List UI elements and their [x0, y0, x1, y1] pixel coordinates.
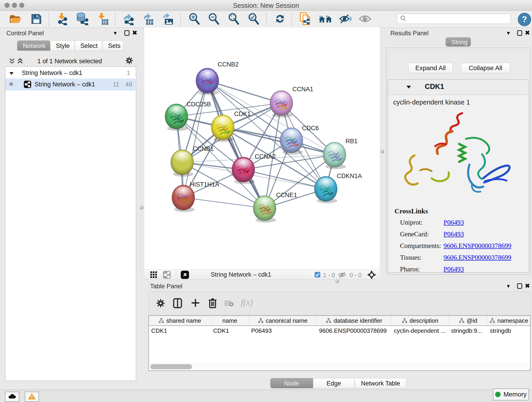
first-neighbors-button[interactable]: [318, 12, 333, 26]
cell-id[interactable]: stringdb:9...: [449, 326, 488, 336]
import-table-icon: [96, 12, 109, 26]
export-image-button[interactable]: [160, 12, 175, 26]
crosslink-uniprot[interactable]: P06493: [443, 219, 464, 226]
gene-card-header[interactable]: CDK1: [388, 80, 529, 95]
gear-icon[interactable]: [126, 57, 133, 65]
toolbar-search[interactable]: [397, 14, 511, 24]
gene-expander-icon[interactable]: [406, 85, 412, 90]
show-all-button[interactable]: [358, 12, 372, 26]
import-table-from-file-button[interactable]: [95, 12, 110, 26]
add-column-icon[interactable]: [191, 298, 200, 309]
panel-close-icon[interactable]: ✖: [525, 30, 530, 36]
grid-view-icon[interactable]: [150, 271, 157, 279]
zoom-fit-button[interactable]: [226, 12, 241, 26]
protein-structure-image: [401, 109, 515, 201]
network-graph[interactable]: CCNB2CCNA1CDC25BCDK1CDC6RB1CCNB1CCNA2CDK…: [144, 27, 380, 269]
panel-float-icon[interactable]: [517, 283, 522, 289]
selected-checkbox-icon[interactable]: [314, 272, 321, 279]
save-session-button[interactable]: [29, 12, 44, 26]
birdseye-position-icon[interactable]: [367, 270, 376, 280]
birdseye-toggle-icon[interactable]: [181, 270, 189, 280]
table-hscrollbar[interactable]: [149, 363, 530, 370]
cell-name[interactable]: CDK1: [211, 326, 249, 336]
network-canvas[interactable]: CCNB2CCNA1CDC25BCDK1CDC6RB1CCNB1CCNA2CDK…: [144, 27, 380, 269]
network-edge[interactable]: [183, 81, 207, 198]
tab-network-table[interactable]: Network Table: [355, 378, 406, 388]
crosslink-genecard[interactable]: P06493: [443, 230, 464, 238]
table-hscrollbar-thumb[interactable]: [150, 364, 192, 369]
tab-sets[interactable]: Sets: [102, 41, 123, 51]
control-panel-title: Control Panel: [6, 30, 44, 37]
memory-button[interactable]: Memory: [493, 389, 529, 400]
table-row[interactable]: CDK1 CDK1 P06493 9606.ENSP00000378699 cy…: [149, 326, 530, 336]
cell-database-identifier[interactable]: 9606.ENSP00000378699: [317, 326, 392, 336]
column-header-name[interactable]: name: [211, 316, 249, 325]
panel-menu-icon[interactable]: ▼: [506, 30, 511, 36]
panel-menu-icon[interactable]: ▼: [113, 30, 118, 36]
tab-network[interactable]: Network: [17, 41, 50, 51]
tab-node-table[interactable]: Node Table: [270, 378, 313, 388]
gear-icon[interactable]: [157, 299, 165, 308]
toolbar-separator: [180, 13, 181, 26]
search-input[interactable]: [406, 15, 506, 23]
network-row-selected[interactable]: String Network – cdk1 11 48: [5, 79, 135, 90]
tree-expander-icon[interactable]: [9, 70, 14, 77]
network-node-cdk1[interactable]: CDK1: [211, 110, 251, 142]
panel-close-icon[interactable]: ✖: [132, 30, 137, 36]
export-table-button[interactable]: [141, 12, 156, 26]
crosslink-compartments[interactable]: 9606.ENSP00000378699: [443, 242, 511, 249]
network-node-hist1h1a[interactable]: HIST1H1A: [172, 181, 219, 212]
network-node-cdc25b[interactable]: CDC25B: [165, 101, 211, 131]
open-session-button[interactable]: [8, 12, 23, 26]
zoom-out-button[interactable]: [206, 12, 221, 26]
import-network-from-database-button[interactable]: [75, 12, 89, 26]
delete-column-icon[interactable]: [208, 298, 217, 309]
tab-style[interactable]: Style: [50, 41, 75, 51]
window-title: Session: New Session: [0, 2, 532, 9]
show-columns-icon[interactable]: [173, 298, 182, 309]
column-header-canonical-name[interactable]: canonical name: [249, 316, 317, 325]
export-network-button[interactable]: [122, 12, 136, 26]
column-header-shared-name[interactable]: shared name: [149, 316, 211, 325]
export-image-icon: [161, 12, 174, 26]
crosslink-pharos[interactable]: P06493: [443, 265, 464, 273]
help-button[interactable]: ?: [518, 13, 531, 26]
column-header-id[interactable]: @id: [449, 316, 488, 325]
expand-all-button[interactable]: Expand All: [408, 63, 453, 73]
panel-menu-icon[interactable]: ▼: [506, 283, 511, 289]
column-header-description[interactable]: description: [392, 316, 449, 325]
zoom-in-button[interactable]: [187, 12, 202, 26]
panel-float-icon[interactable]: [124, 30, 129, 36]
network-node-cdkn1a[interactable]: CDKN1A: [314, 172, 362, 203]
tab-edge-table[interactable]: Edge Table: [313, 378, 355, 388]
hide-selection-button[interactable]: [338, 12, 353, 26]
copy-network-button[interactable]: [298, 12, 313, 26]
column-header-database-identifier[interactable]: database identifier: [317, 316, 392, 325]
cloud-button[interactable]: [5, 392, 19, 402]
cell-shared-name[interactable]: CDK1: [149, 326, 211, 336]
network-node-cdc6[interactable]: CDC6: [280, 125, 319, 155]
cell-description[interactable]: cyclin-dependent ...: [392, 326, 449, 336]
crosslink-tissues[interactable]: 9606.ENSP00000378699: [443, 254, 511, 261]
zoom-selected-button[interactable]: [246, 12, 261, 26]
collapse-all-button[interactable]: Collapse All: [461, 63, 510, 73]
import-network-from-file-button[interactable]: [55, 12, 69, 26]
netbar-divider: [176, 271, 176, 279]
warnings-button[interactable]: [25, 392, 39, 402]
network-edge[interactable]: [183, 198, 265, 208]
tab-select[interactable]: Select: [75, 41, 102, 51]
column-header-namespace[interactable]: namespace: [488, 316, 530, 325]
panel-close-icon[interactable]: ✖: [525, 283, 530, 289]
cell-canonical-name[interactable]: P06493: [249, 326, 317, 336]
network-node-rb1[interactable]: RB1: [323, 138, 358, 169]
network-collection-row[interactable]: String Network – cdk1 1: [5, 68, 135, 79]
splitter-handle-left[interactable]: [140, 206, 143, 210]
tab-string[interactable]: String: [446, 37, 471, 46]
hidden-eye-icon[interactable]: [338, 272, 347, 279]
cell-namespace[interactable]: stringdb: [488, 326, 530, 336]
panel-float-icon[interactable]: [517, 30, 522, 36]
update-network-button[interactable]: [273, 12, 287, 26]
network-share-icon[interactable]: [163, 271, 171, 280]
network-edge[interactable]: [207, 81, 265, 208]
network-edge[interactable]: [243, 170, 326, 189]
